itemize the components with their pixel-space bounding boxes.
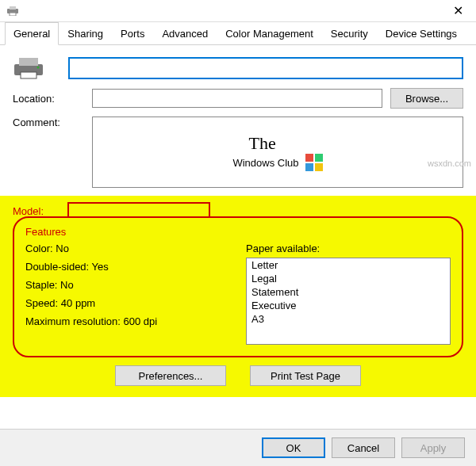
tab-security[interactable]: Security xyxy=(322,22,377,44)
print-test-page-button[interactable]: Print Test Page xyxy=(250,365,361,386)
comment-label: Comment: xyxy=(13,116,92,128)
features-legend: Features xyxy=(25,226,451,238)
list-item[interactable]: A3 xyxy=(247,312,450,326)
svg-rect-10 xyxy=(315,163,323,171)
svg-rect-8 xyxy=(315,154,323,162)
feature-staple: Staple: No xyxy=(25,279,230,291)
tab-advanced[interactable]: Advanced xyxy=(153,22,217,44)
svg-rect-5 xyxy=(21,72,36,78)
tab-sharing[interactable]: Sharing xyxy=(59,22,112,44)
feature-color: Color: No xyxy=(25,243,230,254)
twc-line1: The xyxy=(248,133,322,154)
cancel-button[interactable]: Cancel xyxy=(332,437,395,458)
comment-input[interactable]: The Windows Club xyxy=(92,116,463,188)
highlight-area: Model: Features Color: No Double-sided: … xyxy=(0,196,476,397)
svg-rect-2 xyxy=(10,13,16,16)
watermark: wsxdn.com xyxy=(428,159,471,168)
ok-button[interactable]: OK xyxy=(262,437,325,458)
tab-general[interactable]: General xyxy=(5,22,59,45)
printer-small-icon xyxy=(6,6,19,16)
tab-device-settings[interactable]: Device Settings xyxy=(377,22,466,44)
content: Location: Browse... Comment: The Windows… xyxy=(0,45,476,408)
list-item[interactable]: Statement xyxy=(247,285,450,299)
svg-rect-1 xyxy=(10,6,16,10)
paper-available-label: Paper available: xyxy=(246,243,451,254)
svg-rect-7 xyxy=(305,154,313,162)
list-item[interactable]: Executive xyxy=(247,299,450,312)
feature-max-resolution: Maximum resolution: 600 dpi xyxy=(25,315,230,327)
browse-button[interactable]: Browse... xyxy=(390,88,463,109)
location-label: Location: xyxy=(13,93,92,105)
paper-list[interactable]: Letter Legal Statement Executive A3 xyxy=(246,258,451,345)
twc-logo-block: The Windows Club xyxy=(232,133,322,171)
tab-ports[interactable]: Ports xyxy=(112,22,153,44)
location-input[interactable] xyxy=(92,89,382,108)
footer: OK Cancel Apply xyxy=(0,429,476,466)
list-item[interactable]: Letter xyxy=(247,258,450,272)
model-label: Model: xyxy=(13,205,44,217)
list-item[interactable]: Legal xyxy=(247,272,450,285)
feature-double-sided: Double-sided: Yes xyxy=(25,261,230,273)
features-left: Color: No Double-sided: Yes Staple: No S… xyxy=(25,243,230,345)
svg-point-6 xyxy=(37,67,40,69)
twc-flag-icon xyxy=(305,154,323,171)
close-icon[interactable]: ✕ xyxy=(447,2,470,20)
twc-line2: Windows Club xyxy=(232,157,298,169)
printer-name-input[interactable] xyxy=(68,57,463,79)
printer-icon xyxy=(13,56,44,80)
apply-button[interactable]: Apply xyxy=(401,437,465,458)
tabstrip: General Sharing Ports Advanced Color Man… xyxy=(0,22,476,45)
tab-color-management[interactable]: Color Management xyxy=(217,22,322,44)
titlebar: ✕ xyxy=(0,0,476,22)
features-group: Features Color: No Double-sided: Yes Sta… xyxy=(13,216,463,357)
feature-speed: Speed: 40 ppm xyxy=(25,297,230,309)
svg-rect-9 xyxy=(305,163,313,171)
preferences-button[interactable]: Preferences... xyxy=(115,365,226,386)
svg-rect-4 xyxy=(19,58,38,66)
